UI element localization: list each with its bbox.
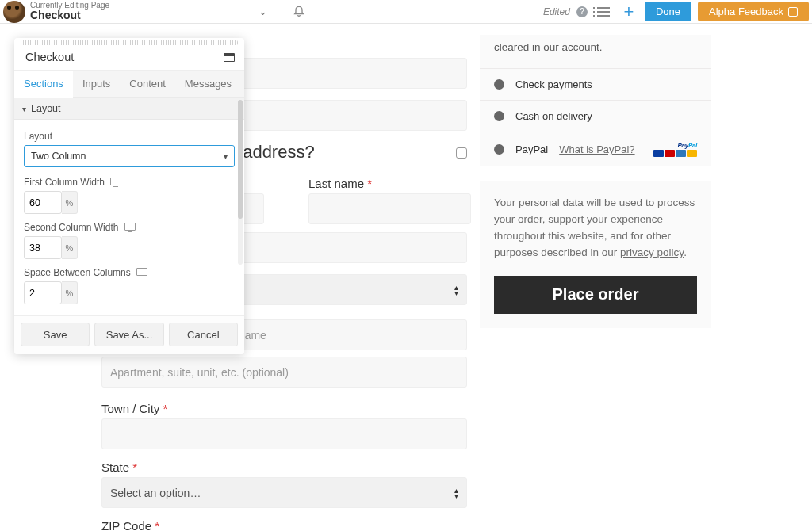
layout-label: Layout [24, 131, 235, 142]
privacy-notice: Your personal data will be used to proce… [480, 181, 711, 328]
zip-label: ZIP Code * [102, 519, 467, 531]
panel-title: Checkout [25, 51, 74, 63]
done-button[interactable]: Done [645, 2, 691, 21]
payment-check[interactable]: Check payments [480, 68, 711, 100]
alpha-feedback-button[interactable]: Alpha Feedback [698, 2, 809, 21]
section-layout-toggle[interactable]: ▾ Layout [14, 98, 244, 120]
town-input[interactable] [102, 418, 467, 449]
place-order-button[interactable]: Place order [494, 276, 697, 314]
save-as-button[interactable]: Save As... [94, 323, 163, 346]
state-label: State * [102, 460, 467, 474]
outline-icon[interactable] [594, 2, 613, 21]
page-dropdown-icon[interactable]: ⌄ [259, 6, 267, 17]
first-col-width-label: First Column Width [24, 177, 235, 188]
first-col-width-input[interactable] [24, 191, 62, 214]
add-icon[interactable]: + [619, 2, 638, 21]
chevron-down-icon: ▾ [224, 152, 228, 161]
ship-different-checkbox[interactable] [456, 147, 467, 159]
what-is-paypal-link[interactable]: What is PayPal? [559, 143, 634, 155]
maximize-icon[interactable] [224, 53, 235, 62]
unit-label: % [62, 281, 78, 304]
select-chevrons-icon: ▴▾ [454, 487, 458, 499]
page-name: Checkout [30, 10, 109, 21]
street-address-2[interactable] [102, 357, 467, 388]
chevron-down-icon: ▾ [22, 105, 26, 113]
space-between-input[interactable] [24, 281, 62, 304]
state-select[interactable]: Select an option… ▴▾ [102, 477, 467, 508]
topbar: Currently Editing Page Checkout ⌄ Edited… [0, 0, 812, 24]
save-button[interactable]: Save [21, 323, 90, 346]
select-chevrons-icon: ▴▾ [454, 285, 458, 296]
unit-label: % [62, 191, 78, 214]
settings-panel: Checkout Sections Inputs Content Message… [14, 38, 244, 354]
page-meta[interactable]: Currently Editing Page Checkout [30, 1, 109, 21]
layout-select[interactable]: Two Column ▾ [24, 145, 235, 167]
second-col-width-label: Second Column Width [24, 222, 235, 233]
edited-indicator: Edited [543, 6, 570, 17]
last-name-input[interactable] [308, 193, 471, 224]
order-sidebar: cleared in our account. Check payments C… [480, 35, 711, 531]
help-icon[interactable]: ? [576, 6, 588, 17]
payment-paypal[interactable]: PayPal What is PayPal? PayPal [480, 132, 711, 166]
responsive-icon[interactable] [124, 223, 136, 231]
bank-transfer-note: cleared in our account. [480, 35, 711, 68]
radio-icon [494, 79, 504, 90]
tab-sections[interactable]: Sections [14, 71, 73, 98]
unit-label: % [62, 236, 78, 259]
radio-icon [494, 111, 504, 121]
town-label: Town / City * [102, 402, 467, 415]
space-between-label: Space Between Columns [24, 267, 235, 278]
tab-more-icon[interactable]: ••• [241, 71, 244, 97]
radio-icon [494, 144, 504, 155]
cancel-button[interactable]: Cancel [169, 323, 238, 346]
payment-cod[interactable]: Cash on delivery [480, 100, 711, 132]
responsive-icon[interactable] [110, 178, 121, 185]
tab-content[interactable]: Content [120, 71, 175, 97]
tab-messages[interactable]: Messages [175, 71, 241, 97]
tab-inputs[interactable]: Inputs [73, 71, 120, 97]
second-col-width-input[interactable] [24, 236, 62, 259]
panel-scrollbar[interactable] [238, 100, 243, 265]
app-logo [3, 1, 25, 23]
privacy-policy-link[interactable]: privacy policy [620, 246, 684, 258]
panel-tabs: Sections Inputs Content Messages ••• [14, 70, 244, 98]
last-name-label: Last name * [308, 177, 471, 190]
paypal-card-icons: PayPal [653, 142, 697, 157]
notifications-icon[interactable] [293, 4, 305, 19]
responsive-icon[interactable] [136, 268, 147, 276]
external-link-icon [788, 7, 798, 17]
